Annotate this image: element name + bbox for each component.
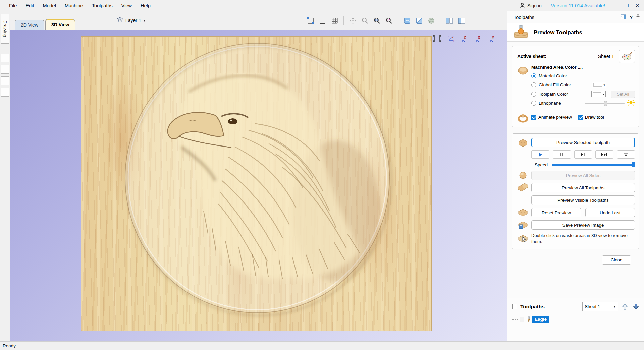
zoom-selection-icon[interactable] (384, 16, 394, 26)
minimize-icon[interactable]: — (610, 1, 621, 11)
restore-icon[interactable]: ❐ (621, 1, 632, 11)
toolpath-color-option[interactable]: Toolpath Color ▾ Set All (531, 90, 635, 99)
layers-icon (117, 17, 123, 24)
sheet-dropdown[interactable]: Sheet 1 ▾ (582, 302, 618, 311)
set-all-button[interactable]: Set All (611, 91, 635, 98)
drawing-tab[interactable]: Drawing (1, 14, 9, 44)
close-window-icon[interactable]: ✕ (632, 1, 643, 11)
z-view-icon[interactable]: Z (460, 34, 470, 43)
preview-toolpaths-title: Preview Toolpaths (534, 29, 582, 36)
y-view-icon[interactable]: Y (488, 34, 498, 43)
layer-selector[interactable]: Layer 1 ▾ (117, 15, 145, 25)
dock-panel-icon[interactable] (621, 14, 626, 20)
zoom-extents-icon[interactable] (432, 34, 442, 43)
tab-3d-view-label: 3D View (51, 22, 69, 27)
animate-preview-checkbox[interactable] (531, 115, 536, 120)
preview-selected-icon (515, 138, 531, 147)
toolpath-item-eagle[interactable]: Eagle (532, 316, 549, 323)
pan-icon[interactable] (347, 16, 358, 26)
preview-all-toolpaths-button[interactable]: Preview All Toolpaths (531, 183, 635, 192)
menu-file[interactable]: File (5, 0, 21, 11)
close-panel-button[interactable]: Close (602, 255, 631, 265)
preview-visible-toolpaths-button[interactable]: Preview Visible Toolpaths (531, 195, 635, 205)
toolpath-item-checkbox[interactable] (520, 317, 524, 322)
material-palette-button[interactable] (619, 50, 635, 63)
preview-selected-toolpath-button[interactable]: Preview Selected Toolpath (531, 138, 635, 147)
tab-3d-view[interactable]: 3D View (45, 19, 75, 30)
view-tabs: 2D View 3D View (15, 19, 76, 30)
draw-tool-checkbox[interactable] (578, 115, 583, 120)
animate-preview-label: Animate preview (538, 115, 572, 120)
zoom-out-icon[interactable] (360, 16, 370, 26)
orbit-sphere-icon[interactable] (426, 16, 436, 26)
toolpath-color-swatch[interactable]: ▾ (591, 91, 606, 97)
lithophane-slider[interactable] (585, 100, 625, 106)
iso-view-icon[interactable]: zxy (446, 34, 456, 43)
active-sheet-value: Sheet 1 (598, 54, 614, 59)
svg-text:Y: Y (492, 35, 494, 40)
menu-machine[interactable]: Machine (60, 0, 88, 11)
tab-2d-view[interactable]: 2D View (15, 20, 44, 30)
toolpath-list-section: Toolpaths Sheet 1 ▾ Eagle (507, 298, 644, 341)
tile-windows-icon[interactable] (444, 16, 454, 26)
global-fill-color-swatch[interactable]: ▾ (592, 82, 606, 88)
reset-preview-button[interactable]: Reset Preview (531, 208, 581, 217)
menu-help[interactable]: Help (136, 0, 155, 11)
single-window-icon[interactable] (456, 16, 467, 26)
global-fill-color-radio[interactable] (531, 82, 536, 88)
tool-flyout-box-1[interactable] (1, 54, 9, 62)
snap-ruler-icon[interactable] (317, 16, 328, 26)
skip-forward-button[interactable] (595, 150, 613, 159)
tool-flyout-box-2[interactable] (1, 65, 9, 74)
toggle-frame-icon[interactable] (305, 16, 316, 26)
view-3d-canvas[interactable]: zxy Z X Y (10, 30, 507, 341)
wireframe-shade-icon[interactable] (414, 16, 424, 26)
menu-items: File Edit Model Machine Toolpaths View H… (0, 0, 155, 11)
material-color-option[interactable]: Material Color (531, 71, 635, 80)
svg-text:X: X (478, 35, 480, 40)
zoom-window-icon[interactable] (372, 16, 382, 26)
step-forward-button[interactable] (574, 150, 592, 159)
left-tool-strip: Drawing (0, 11, 10, 341)
material-color-label: Material Color (539, 73, 567, 78)
shaded-view-icon[interactable] (402, 16, 412, 26)
move-toolpath-down-button[interactable] (632, 303, 640, 311)
speed-slider[interactable] (552, 162, 635, 168)
lithophane-option[interactable]: Lithophane (531, 99, 635, 108)
sign-in-button[interactable]: Sign in... (519, 2, 545, 9)
play-button[interactable] (531, 150, 549, 159)
pin-icon[interactable] (636, 14, 640, 20)
pause-button[interactable] (553, 150, 571, 159)
preview-all-sides-button[interactable]: Preview All Sides (531, 171, 635, 180)
x-view-icon[interactable]: X (474, 34, 484, 43)
toolpaths-panel-title: Toolpaths (514, 15, 534, 20)
material-color-radio[interactable] (531, 73, 536, 78)
menu-edit[interactable]: Edit (21, 0, 38, 11)
undo-last-button[interactable]: Undo Last (585, 208, 635, 217)
view-orientation-icons: zxy Z X Y (432, 34, 498, 43)
global-fill-color-option[interactable]: Global Fill Color ▾ (531, 80, 635, 90)
menu-model[interactable]: Model (38, 0, 60, 11)
window-controls: — ❐ ✕ (610, 1, 643, 11)
menu-view[interactable]: View (117, 0, 136, 11)
svg-text:y: y (452, 35, 453, 38)
grid-icon[interactable] (329, 16, 340, 26)
material-block[interactable] (81, 36, 432, 331)
save-preview-icon (515, 221, 531, 229)
toolpaths-panel-body: Active sheet: Sheet 1 Machined Area Colo… (507, 42, 644, 341)
tool-flyout-box-4[interactable] (1, 88, 9, 97)
tool-flyout-box-3[interactable] (1, 76, 9, 85)
menu-bar: File Edit Model Machine Toolpaths View H… (0, 0, 644, 11)
run-to-end-button[interactable] (617, 150, 635, 159)
help-icon[interactable]: ? (630, 15, 633, 20)
toolbar-separator (398, 16, 398, 25)
toolpath-color-radio[interactable] (531, 92, 536, 97)
version-link[interactable]: Version 11.014 Available! (551, 3, 605, 8)
move-toolpath-up-button[interactable] (621, 303, 629, 311)
toolpaths-visibility-checkbox[interactable] (512, 304, 517, 309)
save-preview-image-button[interactable]: Save Preview Image (531, 220, 635, 230)
lithophane-radio[interactable] (531, 101, 536, 106)
menu-toolpaths[interactable]: Toolpaths (88, 0, 117, 11)
sun-icon (627, 99, 635, 108)
svg-text:Z: Z (464, 35, 466, 40)
